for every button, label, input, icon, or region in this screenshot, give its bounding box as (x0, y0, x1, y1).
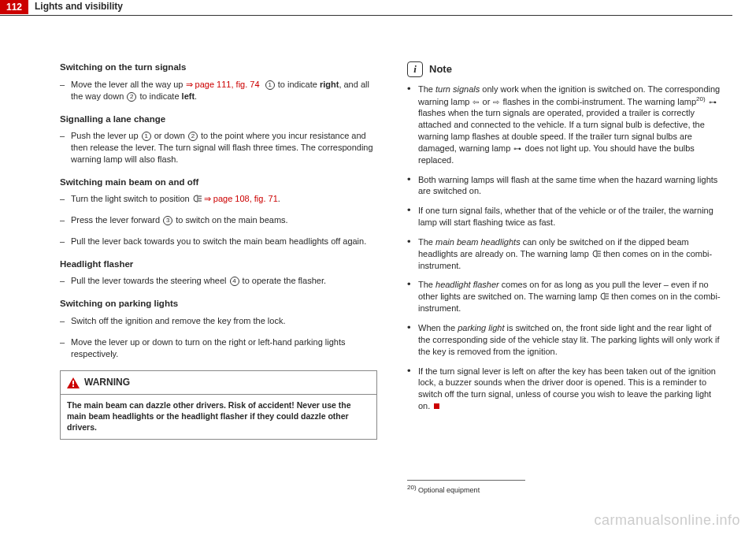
dash-icon: – (60, 336, 71, 360)
headlight-icon (192, 194, 202, 202)
body-text: Both warning lamps will flash at the sam… (418, 174, 724, 198)
bullet-item: • The main beam headlights can only be s… (407, 236, 724, 272)
cross-ref-link[interactable]: ⇒ page 111, fig. 74 (186, 80, 260, 89)
bullet-icon: • (407, 236, 418, 272)
bullet-icon: • (407, 84, 418, 166)
section-title: Lights and visibility (28, 0, 123, 12)
heading-flasher: Headlight flasher (60, 258, 377, 271)
callout-2-icon: 2 (188, 132, 198, 141)
warning-header: WARNING (61, 371, 376, 394)
body-text: Move the lever up or down to turn on the… (71, 336, 377, 360)
dash-icon: – (60, 214, 71, 226)
list-item: – Move the lever up or down to turn on t… (60, 336, 377, 360)
list-item: – Press the lever forward 3 to switch on… (60, 214, 377, 226)
warning-box: WARNING The main beam can dazzle other d… (60, 370, 377, 440)
bullet-icon: • (407, 205, 418, 228)
content-area: Switching on the turn signals – Move the… (0, 14, 756, 495)
right-column: i Note • The turn signals only work when… (407, 61, 724, 495)
body-text: The headlight flasher comes on for as lo… (418, 279, 724, 314)
list-item: – Push the lever up 1 or down 2 to the p… (60, 130, 377, 165)
svg-rect-4 (72, 385, 74, 387)
svg-rect-3 (72, 381, 74, 385)
end-mark-icon (434, 403, 439, 409)
callout-1-icon: 1 (142, 132, 151, 141)
left-column: Switching on the turn signals – Move the… (60, 61, 377, 495)
bullet-item: • When the parking light is switched on,… (407, 322, 724, 358)
main-beam-icon (599, 292, 609, 299)
dash-icon: – (60, 79, 71, 102)
body-text: Press the lever forward 3 to switch on t… (71, 214, 377, 226)
list-item: – Turn the light switch to position ⇒ pa… (60, 193, 377, 205)
body-text: Pull the lever back towards you to switc… (71, 236, 377, 247)
info-icon: i (407, 61, 423, 77)
header-rule (0, 15, 732, 16)
list-item: – Pull the lever back towards you to swi… (60, 236, 377, 247)
main-beam-icon (591, 249, 601, 257)
heading-turn-signals: Switching on the turn signals (60, 61, 377, 74)
bullet-icon: • (407, 174, 418, 198)
list-item: – Move the lever all the way up ⇒ page 1… (60, 79, 377, 102)
page-number: 112 (0, 0, 28, 14)
right-arrow-icon: ⇨ (493, 97, 499, 108)
watermark: carmanualsonline.info (594, 512, 740, 529)
warning-title: WARNING (84, 376, 130, 388)
trailer-icon: ⊶ (709, 97, 717, 108)
note-header: i Note (407, 61, 724, 77)
footnote-rule (407, 480, 525, 481)
body-text: Push the lever up 1 or down 2 to the poi… (71, 130, 377, 165)
body-text: When the parking light is switched on, t… (418, 322, 724, 358)
bullet-icon: • (407, 366, 418, 412)
bullet-icon: • (407, 279, 418, 314)
body-text: Move the lever all the way up ⇒ page 111… (71, 79, 377, 102)
bullet-item: • Both warning lamps will flash at the s… (407, 174, 724, 198)
body-text: If the turn signal lever is left on afte… (418, 366, 724, 412)
dash-icon: – (60, 193, 71, 205)
body-text: Switch off the ignition and remove the k… (71, 315, 377, 327)
heading-main-beam: Switching main beam on and off (60, 176, 377, 189)
body-text: The main beam headlights can only be swi… (418, 236, 724, 272)
heading-lane-change: Signalling a lane change (60, 113, 377, 126)
callout-1-icon: 1 (265, 80, 275, 90)
dash-icon: – (60, 130, 71, 165)
dash-icon: – (60, 236, 71, 247)
callout-4-icon: 4 (230, 277, 239, 286)
page-header: 112 Lights and visibility (0, 0, 756, 14)
warning-triangle-icon (67, 377, 80, 388)
bullet-item: • The headlight flasher comes on for as … (407, 279, 724, 314)
callout-2-icon: 2 (127, 92, 136, 102)
footnote: 20) Optional equipment (407, 484, 724, 495)
bullet-item: • If the turn signal lever is left on af… (407, 366, 724, 412)
bullet-item: • The turn signals only work when the ig… (407, 84, 724, 166)
body-text: The turn signals only work when the igni… (418, 84, 724, 166)
left-arrow-icon: ⇦ (472, 97, 479, 108)
heading-parking: Switching on parking lights (60, 298, 377, 310)
body-text: Turn the light switch to position ⇒ page… (71, 193, 377, 205)
note-title: Note (429, 62, 452, 76)
list-item: – Switch off the ignition and remove the… (60, 315, 377, 327)
footnote-ref: 20) (696, 95, 706, 102)
warning-body: The main beam can dazzle other drivers. … (61, 395, 376, 440)
trailer-icon: ⊶ (513, 143, 521, 154)
bullet-icon: • (407, 322, 418, 358)
cross-ref-link[interactable]: ⇒ page 108, fig. 71 (204, 194, 278, 203)
body-text: Pull the lever towards the steering whee… (71, 275, 377, 287)
bullet-item: • If one turn signal fails, whether that… (407, 205, 724, 228)
dash-icon: – (60, 315, 71, 327)
body-text: If one turn signal fails, whether that o… (418, 205, 724, 228)
dash-icon: – (60, 275, 71, 287)
list-item: – Pull the lever towards the steering wh… (60, 275, 377, 287)
callout-3-icon: 3 (163, 216, 172, 225)
